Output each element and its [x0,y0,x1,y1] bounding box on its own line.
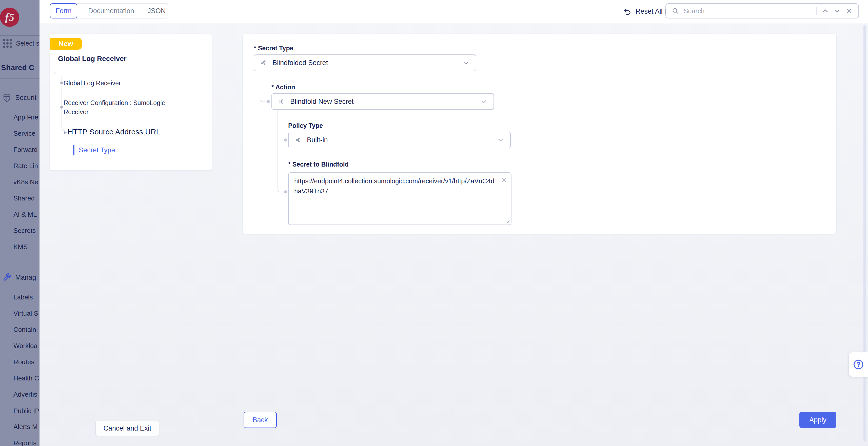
divider [0,35,39,36]
secret-to-blindfold-value[interactable]: https://endpoint4.collection.sumologic.c… [294,176,495,196]
sidebar-item-vk8s-networks[interactable]: vK8s Ne [13,178,39,186]
divider [0,52,39,53]
wizard-title: Global Log Receiver [58,55,127,63]
resize-handle-icon[interactable] [506,219,510,224]
view-tabgroup: Form Documentation JSON [50,3,168,19]
app-grid-icon [3,39,12,48]
search-icon [672,7,679,15]
fork-icon [260,59,268,67]
wizard-step-global-log-receiver[interactable]: Global Log Receiver [64,79,121,87]
sidebar-item-reports[interactable]: Reports [13,439,39,446]
security-section-label: Securit [15,94,36,102]
connector-dot [267,100,270,103]
form-card: * Secret Type Blindfolded Secret * Actio… [242,34,837,234]
workspace-title: Shared C [1,63,34,72]
select-service-label: Select s [16,39,39,47]
sidebar-item-shared[interactable]: Shared [13,194,39,202]
apply-button[interactable]: Apply [799,412,836,428]
chevron-down-icon [497,136,504,144]
connector-line [260,71,268,102]
sidebar-item-select-service[interactable]: Select s [3,38,39,49]
shield-icon [2,93,12,102]
sidebar-section-security[interactable]: Securit [2,92,39,103]
sidebar-item-forward-proxy[interactable]: Forward [13,146,39,154]
sidebar-item-advertise-policies[interactable]: Advertis [13,390,39,399]
tab-form[interactable]: Form [50,3,77,19]
wizard-nav-card: New Global Log Receiver Global Log Recei… [50,34,212,170]
sidebar-item-containers[interactable]: Contain [13,326,39,333]
sidebar-item-ai-ml[interactable]: AI & ML [13,211,39,218]
sidebar-item-service-policies[interactable]: Service [13,130,39,137]
chevron-down-icon [463,59,470,66]
sidebar-item-alerts-management[interactable]: Alerts M [13,423,39,431]
current-step-arrow-icon: ▸ [64,129,67,136]
topbar: Form Documentation JSON Reset All Fields… [39,0,868,24]
secret-type-label: * Secret Type [254,44,293,52]
action-select[interactable]: Blindfold New Secret [272,93,494,110]
search-box[interactable]: Search [665,3,859,19]
policy-type-value: Built-in [307,136,493,144]
divider [816,7,817,15]
connector-line [278,110,278,188]
divider [0,78,39,79]
app-root: f5 Select s Shared C Securit App Fire Se… [0,0,868,446]
action-value: Blindfold New Secret [290,98,476,105]
secret-type-value: Blindfolded Secret [273,59,458,67]
connector-line [278,140,284,140]
divider-notch [54,69,59,74]
active-substep-bar [73,145,74,155]
f5-logo-text: f5 [5,11,14,24]
chevron-up-icon[interactable] [822,7,829,15]
sidebar-section-manage[interactable]: Manag [2,272,39,283]
help-button[interactable] [849,352,868,377]
secret-to-blindfold-label: * Secret to Blindfold [288,161,349,168]
sidebar-item-app-firewall[interactable]: App Fire [13,114,39,121]
chevron-down-icon [480,98,488,105]
fork-icon [295,136,302,144]
undo-icon [623,7,632,16]
connector-line [278,186,285,192]
sidebar-item-labels[interactable]: Labels [13,293,39,301]
sidebar-item-kms[interactable]: KMS [13,243,39,251]
tab-json[interactable]: JSON [145,3,168,19]
sidebar-item-health-checks[interactable]: Health C [13,374,39,382]
connector-dot [284,138,287,141]
chevron-down-icon[interactable] [834,7,841,15]
wrench-icon [2,273,12,282]
new-badge: New [50,38,82,50]
action-label: * Action [272,84,295,91]
wizard-substep-secret-type[interactable]: Secret Type [79,146,115,154]
secret-type-select[interactable]: Blindfolded Secret [254,55,476,71]
clear-icon[interactable]: ✕ [501,177,507,185]
step-bullet [60,106,63,108]
cancel-and-exit-button[interactable]: Cancel and Exit [95,421,159,436]
secret-to-blindfold-textarea[interactable]: https://endpoint4.collection.sumologic.c… [288,172,512,225]
policy-type-select[interactable]: Built-in [288,132,511,148]
connector-dot [284,190,287,193]
step-bullet [60,82,63,84]
manage-section-label: Manag [15,274,36,282]
close-icon[interactable] [846,7,853,14]
tab-documentation[interactable]: Documentation [77,3,145,19]
sidebar-item-secrets[interactable]: Secrets [13,227,39,235]
fork-icon [278,98,286,105]
f5-logo: f5 [0,8,19,27]
sidebar-item-public-ips[interactable]: Public IP [13,407,39,415]
scrollbar-thumb[interactable] [863,25,866,442]
question-mark-icon [852,359,864,370]
wizard-step-http-source-address-url[interactable]: HTTP Source Address URL [68,128,160,136]
sidebar-item-workloads[interactable]: Workloa [13,342,39,350]
sidebar-item-virtual-sites[interactable]: Virtual S [13,310,39,317]
sidebar-item-routes[interactable]: Routes [13,358,39,366]
back-button[interactable]: Back [244,412,277,428]
sidebar: f5 Select s Shared C Securit App Fire Se… [0,0,39,446]
wizard-step-receiver-configuration[interactable]: Receiver Configuration : SumoLogic Recei… [64,98,180,117]
search-input[interactable]: Search [684,7,812,15]
policy-type-label: Policy Type [288,122,323,129]
sidebar-item-rate-limiting[interactable]: Rate Lin [13,162,39,170]
